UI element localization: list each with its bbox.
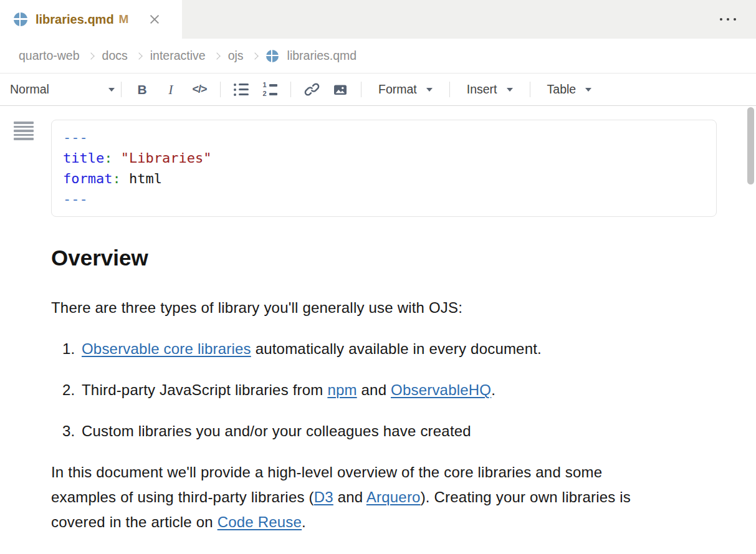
insert-menu-label: Insert bbox=[467, 82, 497, 97]
list-item: 2. Third-party JavaScript libraries from… bbox=[62, 378, 665, 403]
toolbar-separator bbox=[290, 82, 291, 97]
list-item-text: Third-party JavaScript libraries from np… bbox=[82, 378, 495, 403]
breadcrumb: quarto-web docs interactive ojs librarie… bbox=[0, 39, 756, 74]
modified-badge: M bbox=[119, 12, 129, 26]
dropdown-caret-icon bbox=[585, 88, 591, 92]
toolbar-separator bbox=[449, 82, 450, 97]
breadcrumb-item-docs[interactable]: docs bbox=[102, 49, 128, 63]
code-icon: </> bbox=[192, 83, 206, 96]
italic-button[interactable]: I bbox=[156, 77, 185, 102]
link-d3[interactable]: D3 bbox=[314, 489, 333, 505]
italic-icon: I bbox=[168, 82, 173, 98]
list-item-text: Observable core libraries automatically … bbox=[82, 337, 542, 361]
paragraph-style-select[interactable]: Normal bbox=[10, 82, 115, 97]
insert-image-button[interactable] bbox=[326, 77, 355, 102]
link-arquero[interactable]: Arquero bbox=[366, 489, 421, 505]
quarto-icon bbox=[14, 12, 27, 26]
list-marker: 1. bbox=[62, 337, 82, 361]
page-title: Overview bbox=[51, 244, 756, 272]
toolbar-separator bbox=[121, 82, 122, 97]
formatting-toolbar: Normal B I </> 1 2 bbox=[0, 74, 756, 106]
more-actions-icon[interactable] bbox=[720, 0, 756, 39]
list-marker: 3. bbox=[62, 419, 82, 444]
breadcrumb-chevron-icon bbox=[87, 52, 94, 59]
close-icon[interactable] bbox=[150, 14, 160, 24]
breadcrumb-chevron-icon bbox=[135, 52, 142, 59]
bold-button[interactable]: B bbox=[128, 77, 156, 102]
dropdown-caret-icon bbox=[507, 88, 513, 92]
numbered-list-icon: 1 2 bbox=[263, 82, 277, 97]
image-icon bbox=[332, 82, 348, 97]
editor-window: libraries.qmd M quarto-web docs interact… bbox=[0, 0, 756, 554]
breadcrumb-chevron-icon bbox=[213, 52, 220, 59]
link-observablehq[interactable]: ObservableHQ bbox=[391, 381, 491, 398]
yaml-metadata-block[interactable]: --- title: "Libraries" format: html --- bbox=[51, 120, 717, 217]
tab-libraries-qmd[interactable]: libraries.qmd M bbox=[0, 0, 182, 39]
scrollbar-thumb[interactable] bbox=[747, 107, 754, 184]
list-item: 3. Custom libraries you and/or your coll… bbox=[62, 419, 665, 444]
bold-icon: B bbox=[137, 82, 146, 97]
toolbar-separator bbox=[530, 82, 530, 97]
quarto-icon bbox=[266, 50, 279, 62]
dropdown-caret-icon bbox=[108, 88, 115, 92]
breadcrumb-item-quarto-web[interactable]: quarto-web bbox=[19, 49, 80, 63]
format-menu[interactable]: Format bbox=[368, 82, 443, 97]
intro-paragraph: There are three types of library you'll … bbox=[51, 295, 665, 320]
link-icon bbox=[304, 82, 320, 97]
library-types-list: 1. Observable core libraries automatical… bbox=[51, 337, 665, 444]
tab-title: libraries.qmd bbox=[36, 12, 114, 27]
code-button[interactable]: </> bbox=[185, 77, 214, 102]
table-menu-label: Table bbox=[547, 82, 577, 97]
bullet-list-button[interactable] bbox=[227, 77, 256, 102]
outro-paragraph: In this document we'll provide a high-le… bbox=[51, 460, 665, 535]
dropdown-caret-icon bbox=[426, 88, 433, 92]
table-menu[interactable]: Table bbox=[537, 82, 603, 97]
breadcrumb-chevron-icon bbox=[251, 52, 258, 59]
insert-menu[interactable]: Insert bbox=[456, 82, 524, 97]
bullet-list-icon bbox=[234, 84, 249, 96]
breadcrumb-item-ojs[interactable]: ojs bbox=[228, 49, 244, 63]
document-editor[interactable]: --- title: "Libraries" format: html --- … bbox=[0, 106, 756, 535]
yaml-line: format: html bbox=[63, 168, 705, 189]
link-observable-core-libraries[interactable]: Observable core libraries bbox=[82, 340, 251, 357]
link-code-reuse[interactable]: Code Reuse bbox=[218, 513, 302, 530]
drag-handle-icon[interactable] bbox=[14, 122, 34, 140]
toolbar-separator bbox=[220, 82, 221, 97]
yaml-line: --- bbox=[63, 127, 705, 148]
yaml-line: --- bbox=[63, 189, 705, 209]
yaml-line: title: "Libraries" bbox=[63, 148, 705, 168]
link-npm[interactable]: npm bbox=[327, 381, 356, 398]
paragraph-style-value: Normal bbox=[10, 82, 49, 97]
breadcrumb-item-interactive[interactable]: interactive bbox=[150, 49, 206, 63]
insert-link-button[interactable] bbox=[297, 77, 326, 102]
breadcrumb-item-file[interactable]: libraries.qmd bbox=[287, 49, 357, 63]
toolbar-separator bbox=[361, 82, 361, 97]
list-item: 1. Observable core libraries automatical… bbox=[62, 337, 665, 361]
list-item-text: Custom libraries you and/or your colleag… bbox=[82, 419, 471, 444]
tab-bar: libraries.qmd M bbox=[0, 0, 756, 39]
format-menu-label: Format bbox=[378, 82, 417, 97]
list-marker: 2. bbox=[62, 378, 82, 403]
numbered-list-button[interactable]: 1 2 bbox=[256, 77, 284, 102]
